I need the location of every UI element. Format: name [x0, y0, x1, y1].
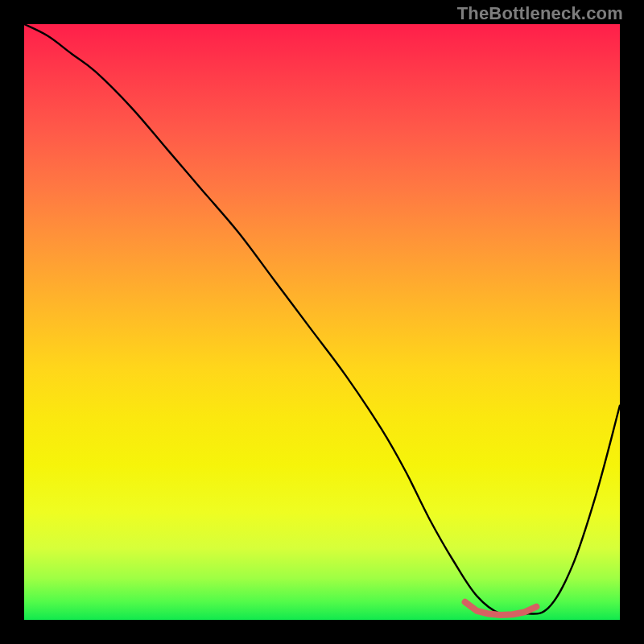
chart-svg — [24, 24, 620, 620]
plot-area — [24, 24, 620, 620]
watermark-text: TheBottleneck.com — [457, 3, 623, 24]
bottleneck-curve — [24, 24, 620, 616]
chart-frame: TheBottleneck.com — [0, 0, 644, 644]
sweet-spot-marker — [465, 602, 537, 615]
